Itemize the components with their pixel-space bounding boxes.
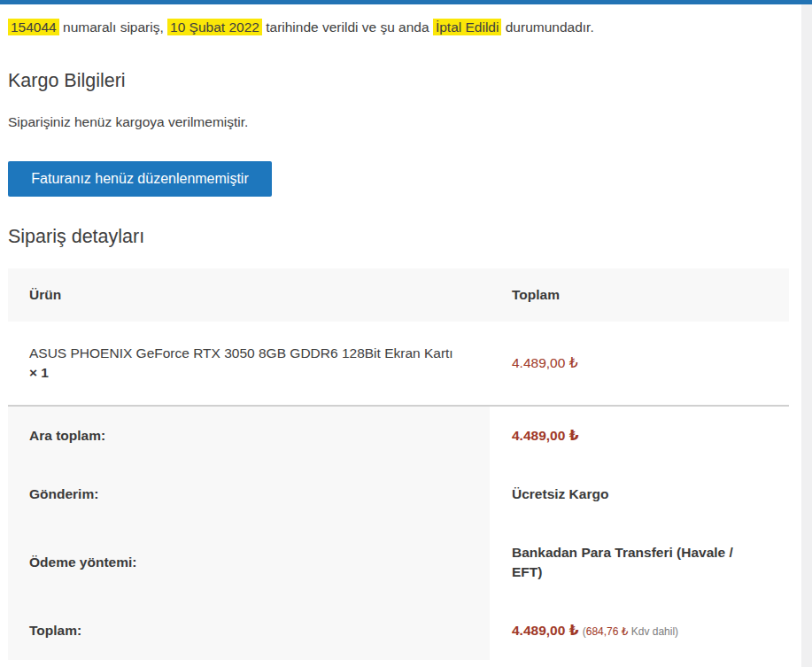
grand-total-label: Toplam: bbox=[8, 601, 490, 660]
payment-method-row: Ödeme yöntemi: Bankadan Para Transferi (… bbox=[8, 524, 789, 601]
shipping-label: Gönderim: bbox=[8, 465, 490, 524]
subtotal-row: Ara toplam: 4.489,00 ₺ bbox=[8, 406, 789, 465]
tax-amount: 684,76 ₺ bbox=[586, 625, 629, 638]
shipping-method: Ücretsiz Kargo bbox=[512, 486, 608, 501]
summary-text: numaralı sipariş, bbox=[59, 19, 167, 35]
grand-total-value-cell: 4.489,00 ₺ (684,76 ₺ Kdv dahil) bbox=[490, 601, 789, 660]
product-cell: ASUS PHOENIX GeForce RTX 3050 8GB GDDR6 … bbox=[8, 322, 490, 406]
summary-text: durumundadır. bbox=[501, 19, 593, 35]
grand-total-amount: 4.489,00 ₺ bbox=[512, 623, 578, 638]
payment-method-value-cell: Bankadan Para Transferi (Havale / EFT) bbox=[490, 524, 789, 601]
tax-note-close: Kdv dahil) bbox=[628, 625, 678, 638]
product-total-cell: 4.489,00 ₺ bbox=[490, 322, 789, 406]
product-quantity: × 1 bbox=[29, 363, 468, 383]
subtotal-amount: 4.489,00 ₺ bbox=[512, 428, 578, 443]
summary-text: tarihinde verildi ve şu anda bbox=[262, 19, 433, 35]
grand-total-row: Toplam: 4.489,00 ₺ (684,76 ₺ Kdv dahil) bbox=[8, 601, 789, 660]
order-date-highlight: 10 Şubat 2022 bbox=[167, 19, 262, 35]
product-name: ASUS PHOENIX GeForce RTX 3050 8GB GDDR6 … bbox=[29, 345, 453, 361]
table-header-row: Ürün Toplam bbox=[8, 268, 789, 322]
shipping-row: Gönderim: Ücretsiz Kargo bbox=[8, 465, 789, 524]
shipping-section-title: Kargo Bilgileri bbox=[8, 69, 801, 92]
subtotal-label: Ara toplam: bbox=[8, 406, 490, 465]
column-header-product: Ürün bbox=[8, 268, 490, 322]
order-detail-page: 154044 numaralı sipariş, 10 Şubat 2022 t… bbox=[0, 4, 801, 660]
shipping-value-cell: Ücretsiz Kargo bbox=[490, 465, 789, 524]
order-details-title: Sipariş detayları bbox=[8, 225, 801, 248]
subtotal-value-cell: 4.489,00 ₺ bbox=[490, 406, 789, 465]
payment-method-label: Ödeme yöntemi: bbox=[8, 524, 490, 601]
tax-included-note: (684,76 ₺ Kdv dahil) bbox=[583, 625, 678, 638]
order-item-row: ASUS PHOENIX GeForce RTX 3050 8GB GDDR6 … bbox=[8, 322, 789, 406]
shipping-status-message: Siparişiniz henüz kargoya verilmemiştir. bbox=[8, 112, 801, 132]
payment-method: Bankadan Para Transferi (Havale / EFT) bbox=[512, 545, 733, 579]
scrollbar-track[interactable] bbox=[801, 0, 812, 667]
order-status-summary: 154044 numaralı sipariş, 10 Şubat 2022 t… bbox=[8, 18, 801, 37]
order-number-highlight: 154044 bbox=[8, 19, 59, 35]
column-header-total: Toplam bbox=[490, 268, 789, 322]
top-accent-bar bbox=[0, 0, 812, 4]
product-total-amount: 4.489,00 ₺ bbox=[512, 355, 578, 370]
order-details-table: Ürün Toplam ASUS PHOENIX GeForce RTX 305… bbox=[8, 268, 789, 660]
invoice-status-button[interactable]: Faturanız henüz düzenlenmemiştir bbox=[8, 161, 272, 197]
order-status-highlight: İptal Edildi bbox=[433, 19, 502, 35]
